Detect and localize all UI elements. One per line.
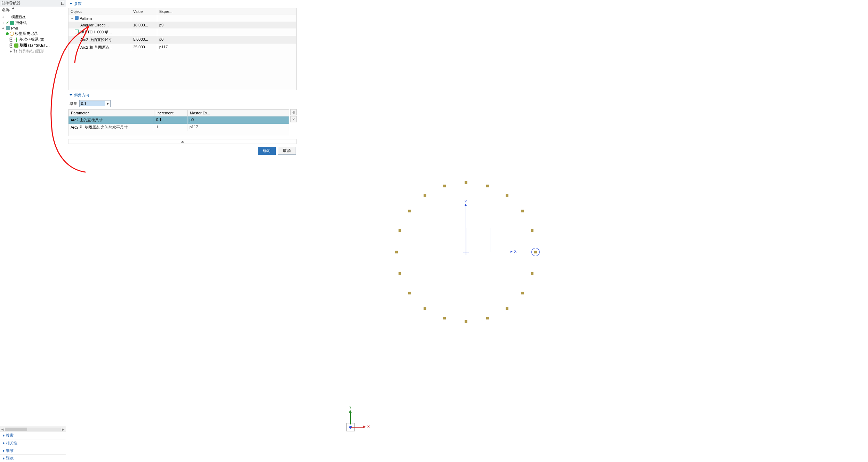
tree-item-pmi[interactable]: + PMI [0, 26, 66, 31]
cell [157, 15, 296, 22]
triad-y-arrow-icon [349, 410, 352, 413]
section-bevel-head[interactable]: 斜角方向 [66, 91, 299, 99]
nav-horizontal-scrollbar[interactable]: ◄ ► [0, 427, 66, 431]
expand-icon[interactable]: + [1, 21, 5, 25]
collapse-up-bar[interactable] [68, 139, 297, 144]
tree-item-sketch[interactable]: 草图 (1) "SKET… [0, 42, 66, 48]
settings-icon[interactable]: ⚙ [290, 109, 297, 115]
cell: p0 [187, 116, 289, 124]
table-row-selected[interactable]: Arc2 上的直径尺寸 0.1 p0 [69, 116, 289, 124]
pattern-point[interactable] [408, 292, 411, 294]
pattern-point[interactable] [465, 181, 467, 184]
increment-row: 增量 ▾ [66, 99, 299, 108]
chevron-down-icon [70, 3, 72, 5]
x-axis-label: X [514, 249, 516, 253]
pattern-point[interactable] [506, 307, 508, 310]
cell: 1 [154, 124, 187, 131]
pattern-point[interactable] [531, 229, 533, 232]
pattern-point[interactable] [506, 194, 508, 197]
col-master[interactable]: Master Ex... [187, 110, 289, 116]
pattern-point[interactable] [521, 292, 524, 294]
pattern-point[interactable] [395, 251, 398, 253]
cell: Arc2 上的直径尺寸 [69, 116, 154, 124]
section-title: 参数 [74, 1, 82, 6]
chevron-up-icon [181, 141, 184, 143]
scroll-thumb[interactable] [5, 428, 27, 431]
delete-row-button[interactable]: ✕ [290, 116, 297, 122]
accordion-preview[interactable]: 预览 [0, 454, 66, 462]
col-parameter[interactable]: Parameter [69, 110, 154, 116]
pattern-point[interactable] [443, 185, 446, 187]
pattern-icon [14, 49, 18, 54]
table-row[interactable]: Arc2 和 草图原点 之间的水平尺寸 1 p117 [69, 124, 289, 131]
pattern-point[interactable] [531, 272, 533, 275]
tree-item-model-view[interactable]: + 模型视图 [0, 14, 66, 20]
scroll-right-icon[interactable]: ► [61, 427, 66, 431]
accordion-search[interactable]: 搜索 [0, 431, 66, 439]
origin-box [466, 228, 490, 252]
cell [131, 29, 157, 36]
orientation-triad[interactable]: Y X [334, 403, 372, 441]
pattern-point[interactable] [465, 320, 467, 323]
triad-x-axis [351, 427, 364, 428]
y-axis-label: Y [465, 200, 467, 204]
pattern-point[interactable] [521, 210, 524, 212]
dropdown-icon[interactable]: ▾ [105, 102, 110, 106]
cell: p0 [157, 36, 296, 43]
tree-item-camera[interactable]: + ✓ 摄像机 [0, 20, 66, 26]
increment-combo[interactable]: ▾ [79, 100, 111, 107]
tree-item-datum[interactable]: 基准坐标系 (0) [0, 37, 66, 42]
cell: Pattern [80, 16, 92, 21]
expand-icon[interactable]: + [9, 49, 13, 54]
col-value[interactable]: Value [131, 8, 157, 15]
pattern-point[interactable] [399, 229, 401, 232]
col-increment[interactable]: Increment [154, 110, 187, 116]
scroll-track[interactable] [5, 428, 61, 431]
table-row[interactable]: Angular Directi... 18.000... p9 [69, 22, 296, 28]
cell: p117 [187, 124, 289, 131]
table-row[interactable]: −Pattern [69, 15, 296, 22]
graphics-canvas[interactable]: X Y Y X [299, 0, 868, 462]
cell: 5.0000... [131, 36, 157, 43]
maximize-icon[interactable] [61, 2, 64, 5]
expand-icon[interactable]: + [1, 15, 5, 19]
sketch-icon [14, 43, 18, 48]
tree-item-history[interactable]: − 模型历史记录 [0, 31, 66, 37]
tree-item-pattern[interactable]: + 阵列特征 [圆形 [0, 48, 66, 54]
section-params-head[interactable]: 参数 [66, 0, 299, 7]
increment-input[interactable] [80, 101, 105, 106]
nav-tree: + 模型视图 + ✓ 摄像机 + PMI − 模型历史记录 [0, 13, 66, 427]
pattern-point[interactable] [424, 194, 426, 197]
table-row[interactable]: Arc2 和 草图原点... 25.000... p117 [69, 43, 296, 51]
tree-label: 摄像机 [15, 20, 27, 25]
accordion-label: 细节 [6, 448, 14, 453]
col-expr[interactable]: Expre... [157, 8, 296, 15]
table-row[interactable]: Arc2 上的直径尺寸 5.0000... p0 [69, 36, 296, 43]
pattern-point[interactable] [443, 317, 446, 319]
scroll-left-icon[interactable]: ◄ [0, 427, 5, 431]
collapse-icon[interactable]: − [71, 30, 74, 34]
table-row[interactable]: −SKETCH_000:草... [69, 28, 296, 36]
cell: Arc2 上的直径尺寸 [80, 38, 112, 42]
cancel-button[interactable]: 取消 [278, 147, 296, 155]
ok-button[interactable]: 确定 [258, 147, 276, 155]
triad-y-axis [350, 412, 351, 424]
pattern-point[interactable] [486, 317, 489, 319]
pattern-point[interactable] [399, 272, 401, 275]
col-object[interactable]: Object [69, 8, 131, 15]
nav-column-header[interactable]: 名称 [0, 7, 66, 13]
pattern-point[interactable] [424, 307, 426, 310]
accordion-detail[interactable]: 细节 [0, 447, 66, 454]
tri-icon [3, 434, 5, 437]
visibility-icon[interactable] [9, 43, 13, 48]
expand-icon[interactable]: + [1, 26, 5, 30]
collapse-icon[interactable]: − [1, 32, 5, 36]
visibility-icon[interactable] [9, 38, 13, 42]
bevel-table-header: Parameter Increment Master Ex... [69, 110, 289, 116]
pattern-point[interactable] [486, 185, 489, 187]
collapse-icon[interactable]: − [71, 16, 74, 21]
accordion-related[interactable]: 相关性 [0, 439, 66, 447]
pattern-point[interactable] [408, 210, 411, 212]
params-table-header: Object Value Expre... [69, 8, 296, 15]
tree-label: 阵列特征 [圆形 [19, 49, 44, 54]
